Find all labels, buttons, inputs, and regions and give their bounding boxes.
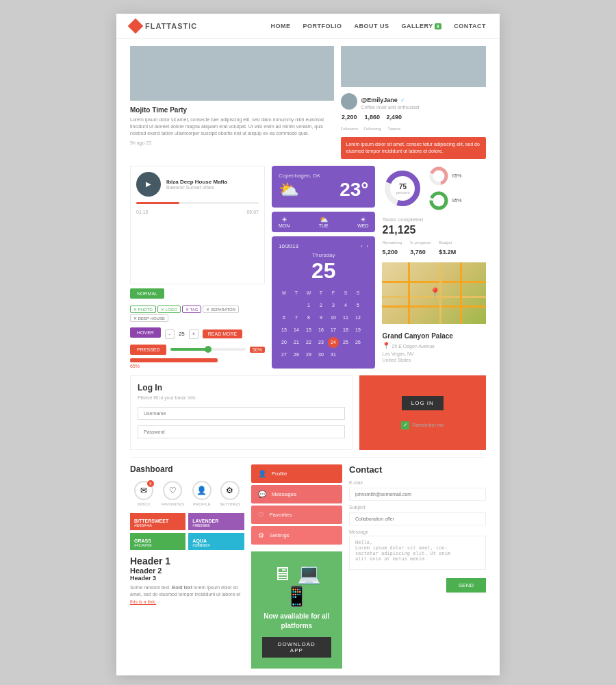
- social-card: @EmilyJane ✓ Coffee lover and enthusiast…: [341, 46, 487, 159]
- track-subtitle: Baleanic Sunset Vibes: [166, 185, 227, 190]
- progress-bar[interactable]: [136, 202, 259, 204]
- email-input[interactable]: [349, 488, 486, 501]
- tweets-count: 2,490: [387, 114, 402, 121]
- tasks-detail: Remaining 5,200 In progress 3,760 Budget…: [382, 240, 486, 257]
- nav-contact[interactable]: CONTACT: [454, 23, 486, 29]
- remember-checkbox[interactable]: ✓: [401, 421, 409, 429]
- article-title: Mojito Time Party: [130, 106, 334, 114]
- nav-about[interactable]: ABOUT US: [355, 23, 389, 29]
- weather-icon: ⛅: [279, 180, 299, 199]
- tag-photo: ✕ PHOTO: [130, 306, 156, 313]
- send-button[interactable]: SEND: [446, 578, 486, 593]
- article-image: [130, 46, 334, 101]
- calendar-month-year: 10/2013: [279, 243, 298, 249]
- slider-fill: [170, 348, 208, 351]
- body-text: Some random text. Bold text lorem ipsum …: [130, 584, 244, 606]
- calendar-day-name: Thursday: [279, 252, 369, 258]
- inbox-icon[interactable]: ✉ 9: [134, 481, 153, 500]
- calendar-grid: M T W T F S S 12345 6789101112: [279, 288, 369, 360]
- app-download-card: 🖥 💻 📱 Now available for all platforms DO…: [251, 551, 342, 669]
- nav-home[interactable]: HOME: [271, 23, 291, 29]
- message-label: Message: [349, 530, 486, 534]
- contact-section: Contact E-mail Subject Message Hello, Lo…: [349, 464, 486, 669]
- budget-label: Budget: [439, 240, 456, 245]
- profile-menu-icon: 👤: [258, 470, 266, 477]
- time-current: 01:15: [136, 210, 149, 214]
- profile-icon[interactable]: 👤: [192, 481, 211, 500]
- pressed-button[interactable]: PRESSED: [130, 345, 166, 355]
- tasks-number: 21,125: [382, 224, 486, 236]
- donut-main-pct: 75: [396, 182, 409, 190]
- article-text: Lorem ipsum dolor sit amet, consecte tue…: [130, 116, 334, 136]
- heading-3: Header 3: [130, 575, 244, 582]
- subject-label: Subject: [349, 505, 486, 510]
- favorites-icon[interactable]: ♡: [163, 481, 182, 500]
- menu-settings[interactable]: ⚙ Settings: [251, 526, 342, 545]
- login-title: Log In: [138, 383, 345, 393]
- calendar-today: 24: [328, 337, 339, 348]
- stepper-plus[interactable]: +: [189, 329, 198, 339]
- username-input[interactable]: [138, 407, 345, 420]
- sample-link[interactable]: this is a link.: [130, 599, 156, 604]
- music-player: ▶ Ibiza Deep House Mafia Baleanic Sunset…: [130, 166, 265, 284]
- track-title: Ibiza Deep House Mafia: [166, 179, 227, 185]
- remember-label: Remember me: [412, 423, 444, 427]
- followers-label: Followers: [341, 127, 359, 131]
- cal-prev[interactable]: ‹: [361, 243, 363, 249]
- messages-menu-icon: 💬: [258, 490, 266, 498]
- weather-widget: Copenhagen, DK ⛅ 23°: [272, 166, 376, 208]
- message-textarea[interactable]: Hello, Lorem ipsum dolor sit amet, con- …: [349, 536, 486, 570]
- slider-track[interactable]: [170, 348, 245, 351]
- download-app-button[interactable]: DOWNLOAD APP: [262, 637, 331, 658]
- tag-logo: ✕ LOGO: [157, 306, 181, 313]
- progress-value: 3,760: [410, 249, 426, 256]
- dashboard-title: Dashboard: [130, 464, 244, 474]
- bar-label: 65%: [130, 364, 265, 369]
- nav-portfolio[interactable]: PORTFOLIO: [303, 23, 342, 29]
- profile-label: PROFILE: [192, 502, 211, 506]
- settings-icon[interactable]: ⚙: [220, 481, 240, 500]
- social-image: [341, 46, 487, 87]
- article-card: Mojito Time Party Lorem ipsum dolor sit …: [130, 46, 334, 159]
- swatch-lavender: LAVENDER#9B59B6: [188, 513, 244, 530]
- contact-title: Contact: [349, 464, 486, 475]
- swatch-bittersweet: BITTERSWEET#E05A4A: [130, 513, 185, 530]
- read-more-button[interactable]: READ MORE: [203, 329, 242, 338]
- inbox-badge: 9: [147, 480, 154, 487]
- menu-profile[interactable]: 👤 Profile: [251, 464, 342, 483]
- cal-next[interactable]: ›: [367, 243, 369, 249]
- tasks-label: Tasks completed: [382, 216, 486, 223]
- place-country: United States: [382, 358, 411, 362]
- progress-fill: [136, 202, 179, 204]
- normal-button[interactable]: NORMAL: [130, 288, 164, 299]
- following-label: Following: [363, 127, 381, 131]
- tag-separator: ✕ SEPARATOR: [203, 306, 239, 313]
- pct-65: 65%: [452, 173, 461, 178]
- slider-thumb[interactable]: [205, 346, 211, 353]
- ui-elements-area: NORMAL ✕ PHOTO ✕ LOGO ✕ TAG ✕ SEPARATOR …: [130, 288, 265, 369]
- menu-profile-label: Profile: [272, 471, 287, 477]
- hover-button[interactable]: HOVER: [130, 327, 161, 338]
- login-button[interactable]: LOG IN: [402, 396, 444, 410]
- weather-city: Copenhagen, DK: [279, 173, 369, 179]
- navbar: FLATTASTIC HOME PORTFOLIO ABOUT US GALLE…: [116, 14, 500, 39]
- dashboard-section: Dashboard ✉ 9 INBOX ♡ FAVORITES 👤: [130, 464, 244, 669]
- analytics-panel: 75 percent 65%: [382, 166, 486, 369]
- nav-gallery[interactable]: GALLERY9: [402, 23, 442, 29]
- stepper-minus[interactable]: -: [165, 329, 175, 339]
- tweets-label: Tweets: [387, 127, 400, 131]
- subject-input[interactable]: [349, 512, 486, 525]
- menu-favorites-label: Favorites: [270, 512, 292, 518]
- profile-name: @EmilyJane: [361, 97, 398, 103]
- pct-95: 95%: [452, 198, 461, 203]
- password-input[interactable]: [138, 425, 345, 438]
- menu-favorites[interactable]: ♡ Favorites: [251, 506, 342, 524]
- email-label: E-mail: [349, 480, 486, 485]
- avatar: [341, 93, 357, 110]
- menu-messages-label: Messages: [272, 491, 296, 497]
- menu-messages[interactable]: 💬 Messages: [251, 485, 342, 503]
- remaining-label: Remaining: [382, 240, 402, 245]
- tag-deep-house: ✕ DEEP HOUSE: [130, 314, 168, 322]
- play-button[interactable]: ▶: [136, 172, 161, 197]
- color-swatches: BITTERSWEET#E05A4A LAVENDER#9B59B6 GRASS…: [130, 513, 244, 550]
